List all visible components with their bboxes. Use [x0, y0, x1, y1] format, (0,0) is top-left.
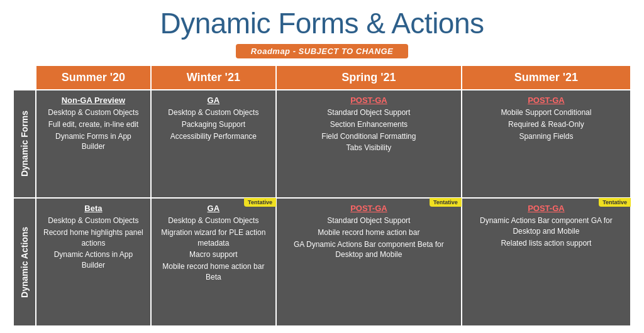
cell-r0-c3: POST-GAMobile Support ConditionalRequire…	[462, 90, 631, 198]
cell-title-r1-c2: POST-GA	[283, 204, 455, 213]
col-header-summer21: Summer '21	[462, 65, 631, 90]
cell-line-r0-c2-l3: Tabs Visibility	[283, 143, 455, 153]
cell-r1-c0: BetaDesktop & Custom ObjectsRecord home …	[36, 198, 151, 326]
cell-line-r1-c0-l1: Record home highlights panel actions	[43, 227, 144, 249]
col-header-summer20: Summer '20	[36, 65, 151, 90]
cell-title-r1-c0: Beta	[43, 204, 144, 213]
row-label-1: Dynamic Actions	[13, 198, 36, 326]
cell-title-r0-c2: POST-GA	[283, 96, 455, 105]
tentative-badge: Tentative	[599, 198, 631, 207]
cell-line-r1-c1-l1: Migration wizard for PLE action metadata	[158, 227, 269, 249]
cell-line-r1-c3-l0: Dynamic Actions Bar component GA for Des…	[469, 216, 624, 237]
cell-line-r1-c1-l3: Mobile record home action bar Beta	[158, 261, 269, 283]
tentative-badge: Tentative	[430, 198, 462, 207]
cell-line-r1-c1-l0: Desktop & Custom Objects	[158, 216, 269, 226]
col-header-winter21: Winter '21	[151, 65, 276, 90]
cell-line-r0-c3-l1: Required & Read-Only	[469, 119, 624, 130]
empty-corner	[13, 65, 36, 90]
row-label-0: Dynamic Forms	[13, 90, 36, 198]
cell-line-r1-c2-l2: GA Dynamic Actions Bar component Beta fo…	[283, 239, 455, 261]
cell-line-r0-c2-l1: Section Enhancements	[283, 119, 455, 130]
cell-title-r0-c1: GA	[158, 96, 269, 105]
cell-line-r0-c3-l2: Spanning Fields	[469, 131, 624, 142]
cell-line-r1-c2-l0: Standard Object Support	[283, 216, 455, 226]
cell-line-r1-c0-l2: Dynamic Actions in App Builder	[43, 249, 144, 271]
cell-line-r0-c0-l2: Dynamic Forms in App Builder	[43, 131, 144, 153]
cell-r0-c1: GADesktop & Custom ObjectsPackaging Supp…	[151, 90, 276, 198]
cell-r1-c3: TentativePOST-GADynamic Actions Bar comp…	[462, 198, 631, 326]
cell-r1-c1: TentativeGADesktop & Custom ObjectsMigra…	[151, 198, 276, 326]
cell-line-r1-c0-l0: Desktop & Custom Objects	[43, 216, 144, 226]
cell-line-r0-c1-l0: Desktop & Custom Objects	[158, 107, 269, 118]
cell-line-r0-c2-l2: Field Conditional Formatting	[283, 131, 455, 142]
page-title: Dynamic Forms & Actions	[160, 6, 484, 40]
cell-line-r1-c2-l1: Mobile record home action bar	[283, 227, 455, 238]
cell-r0-c0: Non-GA PreviewDesktop & Custom ObjectsFu…	[36, 90, 151, 198]
cell-line-r0-c3-l0: Mobile Support Conditional	[469, 107, 624, 118]
cell-r0-c2: POST-GAStandard Object SupportSection En…	[276, 90, 462, 198]
cell-title-r0-c0: Non-GA Preview	[43, 96, 144, 105]
cell-line-r0-c1-l2: Accessibility Performance	[158, 131, 269, 142]
cell-line-r0-c1-l1: Packaging Support	[158, 119, 269, 130]
cell-line-r0-c0-l1: Full edit, create, in-line edit	[43, 119, 144, 130]
subtitle-banner: Roadmap - SUBJECT TO CHANGE	[236, 44, 408, 58]
cell-line-r1-c1-l2: Macro support	[158, 249, 269, 260]
cell-line-r0-c0-l0: Desktop & Custom Objects	[43, 107, 144, 118]
roadmap-table: Summer '20 Winter '21 Spring '21 Summer …	[13, 65, 631, 327]
cell-title-r0-c3: POST-GA	[469, 96, 624, 105]
tentative-badge: Tentative	[244, 198, 276, 207]
col-header-spring21: Spring '21	[276, 65, 462, 90]
cell-r1-c2: TentativePOST-GAStandard Object SupportM…	[276, 198, 462, 326]
cell-line-r0-c2-l0: Standard Object Support	[283, 107, 455, 118]
cell-line-r1-c3-l1: Related lists action support	[469, 238, 624, 249]
